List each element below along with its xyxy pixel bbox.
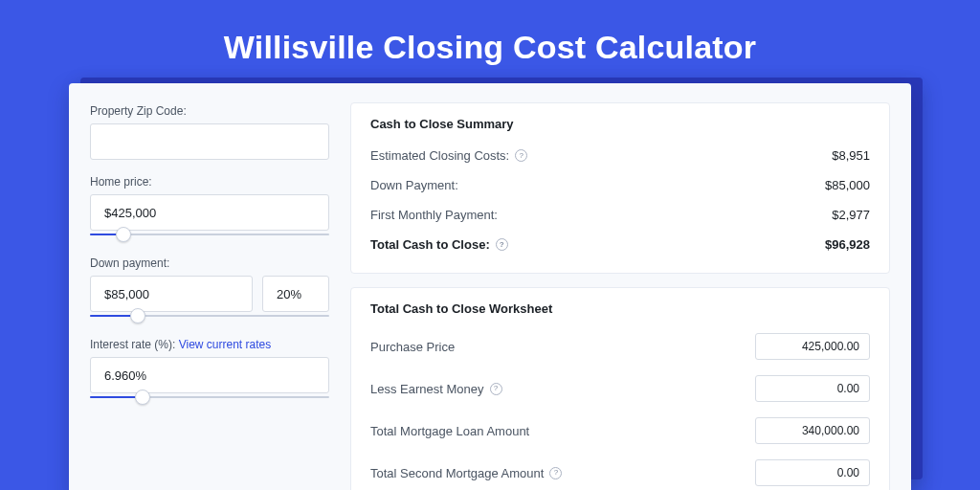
summary-row: Estimated Closing Costs: $8,951 <box>370 141 870 170</box>
inputs-sidebar: Property Zip Code: Home price: $425,000 … <box>90 102 329 466</box>
worksheet-row-label: Total Mortgage Loan Amount <box>370 424 529 438</box>
worksheet-row-value[interactable]: 0.00 <box>755 459 870 486</box>
help-icon[interactable] <box>496 238 508 251</box>
worksheet-row: Less Earnest Money 0.00 <box>370 368 870 410</box>
zip-field: Property Zip Code: <box>90 104 329 160</box>
summary-panel: Cash to Close Summary Estimated Closing … <box>350 102 890 274</box>
help-icon[interactable] <box>490 383 502 395</box>
interest-rate-label-line: Interest rate (%): View current rates <box>90 338 329 351</box>
worksheet-row: Total Mortgage Loan Amount 340,000.00 <box>370 410 870 452</box>
worksheet-row-label: Total Second Mortgage Amount <box>370 466 544 480</box>
help-icon[interactable] <box>549 467 562 479</box>
slider-thumb[interactable] <box>130 308 145 323</box>
worksheet-row-value[interactable]: 0.00 <box>755 375 870 402</box>
summary-row-value: $2,977 <box>832 208 870 222</box>
worksheet-row: Total Second Mortgage Amount 0.00 <box>370 452 870 490</box>
worksheet-row: Purchase Price 425,000.00 <box>370 325 870 368</box>
calculator-card: Property Zip Code: Home price: $425,000 … <box>69 83 911 490</box>
home-price-label: Home price: <box>90 175 329 189</box>
summary-row: Down Payment: $85,000 <box>370 170 870 200</box>
zip-input[interactable] <box>90 123 329 160</box>
interest-rate-field: Interest rate (%): View current rates 6.… <box>90 338 329 404</box>
down-payment-pct-input[interactable]: 20% <box>262 276 329 312</box>
worksheet-row-value[interactable]: 340,000.00 <box>755 417 870 444</box>
home-price-input[interactable]: $425,000 <box>90 194 329 231</box>
help-icon[interactable] <box>515 149 527 162</box>
calculator-stage: Property Zip Code: Home price: $425,000 … <box>69 83 911 490</box>
view-current-rates-link[interactable]: View current rates <box>179 338 272 351</box>
down-payment-input[interactable]: $85,000 <box>90 276 253 312</box>
home-price-slider[interactable] <box>90 230 329 241</box>
summary-total-value: $96,928 <box>825 237 870 252</box>
interest-rate-input[interactable]: 6.960% <box>90 357 329 393</box>
down-payment-slider[interactable] <box>90 311 329 323</box>
summary-total-label: Total Cash to Close: <box>370 237 490 252</box>
interest-rate-label: Interest rate (%): <box>90 338 175 351</box>
summary-row-value: $85,000 <box>825 178 870 192</box>
summary-heading: Cash to Close Summary <box>370 117 870 131</box>
summary-row: First Monthly Payment: $2,977 <box>370 200 870 230</box>
summary-row-value: $8,951 <box>832 148 870 163</box>
summary-row-label: Down Payment: <box>370 178 458 192</box>
page-title: Willisville Closing Cost Calculator <box>0 0 980 83</box>
down-payment-label: Down payment: <box>90 256 329 270</box>
interest-rate-slider[interactable] <box>90 392 329 404</box>
home-price-field: Home price: $425,000 <box>90 175 329 241</box>
worksheet-heading: Total Cash to Close Worksheet <box>370 301 870 316</box>
worksheet-row-label: Less Earnest Money <box>370 382 484 396</box>
worksheet-row-value[interactable]: 425,000.00 <box>755 333 870 360</box>
results-main: Cash to Close Summary Estimated Closing … <box>350 102 890 466</box>
zip-label: Property Zip Code: <box>90 104 329 118</box>
summary-row-label: Estimated Closing Costs: <box>370 148 509 163</box>
summary-row-label: First Monthly Payment: <box>370 208 498 222</box>
summary-total-row: Total Cash to Close: $96,928 <box>370 230 870 259</box>
slider-thumb[interactable] <box>135 390 150 405</box>
slider-thumb[interactable] <box>116 227 131 242</box>
worksheet-row-label: Purchase Price <box>370 340 455 354</box>
worksheet-panel: Total Cash to Close Worksheet Purchase P… <box>350 287 890 490</box>
down-payment-field: Down payment: $85,000 20% <box>90 256 329 323</box>
